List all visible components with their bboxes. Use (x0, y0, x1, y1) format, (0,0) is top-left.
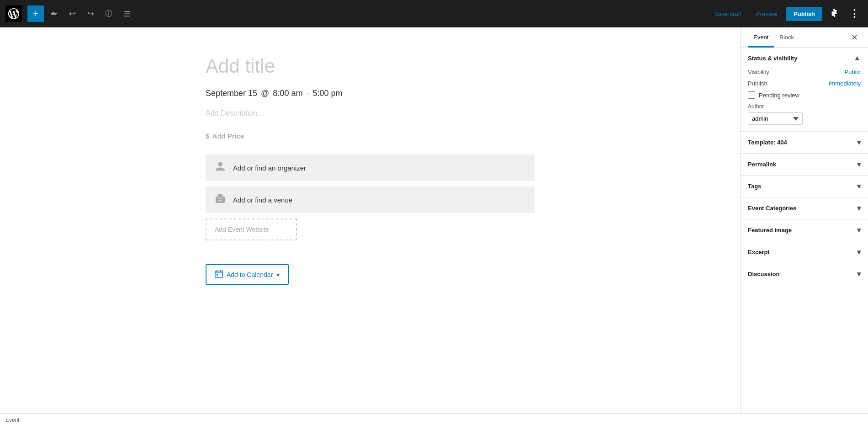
undo-button[interactable]: ↩ (64, 5, 80, 22)
save-draft-button[interactable]: Save draft (709, 8, 747, 20)
section-event-categories: Event Categories ▾ (741, 197, 868, 219)
price-symbol: $ (206, 132, 209, 140)
pending-review-row: Pending review (748, 91, 861, 99)
publish-button[interactable]: Publish (786, 7, 822, 21)
section-event-categories-header[interactable]: Event Categories ▾ (741, 197, 868, 219)
svg-rect-0 (216, 197, 225, 203)
list-view-button[interactable]: ☰ (119, 5, 135, 22)
section-status-visibility-label: Status & visibility (748, 55, 797, 62)
preview-button[interactable]: Preview (751, 8, 783, 20)
info-button[interactable]: ⓘ (101, 5, 117, 22)
svg-rect-7 (221, 200, 222, 201)
section-permalink-chevron: ▾ (857, 160, 861, 169)
venue-field[interactable]: Add or find a venue (206, 186, 535, 213)
redo-button[interactable]: ↪ (82, 5, 99, 22)
section-discussion-chevron: ▾ (857, 270, 861, 278)
visibility-label: Visibility (748, 69, 769, 75)
section-tags-chevron: ▾ (857, 182, 861, 191)
publish-label: Publish (748, 80, 767, 87)
editor-area: Add title September 15 @ 8:00 am - 5:00 … (0, 27, 740, 426)
at-symbol: @ (261, 89, 269, 98)
event-website-field[interactable]: Add Event Website (206, 218, 297, 240)
section-status-visibility: Status & visibility ▲ Visibility Public … (741, 48, 868, 132)
toolbar-left: + ✏ ↩ ↪ ⓘ ☰ (5, 5, 135, 22)
section-template-chevron: ▾ (857, 138, 861, 147)
tab-event[interactable]: Event (748, 27, 774, 48)
toolbar: + ✏ ↩ ↪ ⓘ ☰ Save draft Preview Publish (0, 0, 868, 27)
section-status-visibility-content: Visibility Public Publish Immediately Pe… (741, 69, 868, 131)
section-discussion-label: Discussion (748, 271, 779, 277)
kebab-icon: ⋮ (849, 11, 860, 16)
svg-rect-8 (215, 271, 222, 277)
settings-button[interactable] (826, 5, 842, 22)
organizer-field[interactable]: Add or find an organizer (206, 154, 535, 181)
author-section: Author admin (748, 103, 861, 125)
wordpress-icon (8, 8, 19, 19)
section-permalink-header[interactable]: Permalink ▾ (741, 154, 868, 175)
organizer-icon (214, 161, 227, 175)
sidebar-tabs: Event Block ✕ (741, 27, 868, 48)
pending-review-label[interactable]: Pending review (759, 92, 799, 99)
event-time-end[interactable]: 5:00 pm (312, 89, 342, 98)
pending-review-checkbox[interactable] (748, 91, 755, 99)
organizer-label: Add or find an organizer (233, 164, 306, 172)
section-tags-label: Tags (748, 183, 761, 190)
calendar-icon (215, 270, 223, 279)
price-label: Add Price (212, 132, 244, 140)
section-permalink: Permalink ▾ (741, 154, 868, 176)
section-excerpt-chevron: ▾ (857, 248, 861, 256)
section-template: Template: 404 ▾ (741, 132, 868, 154)
status-bar: Event (0, 413, 868, 426)
more-options-button[interactable]: ⋮ (846, 5, 863, 22)
section-excerpt-header[interactable]: Excerpt ▾ (741, 241, 868, 263)
section-status-visibility-chevron-up: ▲ (853, 54, 861, 62)
event-datetime: September 15 @ 8:00 am - 5:00 pm (206, 89, 535, 98)
status-label: Event (5, 417, 20, 423)
tab-block[interactable]: Block (774, 27, 799, 48)
sidebar-close-button[interactable]: ✕ (848, 31, 861, 44)
svg-rect-5 (221, 198, 222, 199)
section-template-header[interactable]: Template: 404 ▾ (741, 132, 868, 153)
section-tags-header[interactable]: Tags ▾ (741, 176, 868, 197)
event-description-field[interactable]: Add Description... (206, 109, 535, 117)
event-date[interactable]: September 15 (206, 89, 257, 98)
plus-icon: + (33, 9, 38, 18)
post-title-field[interactable]: Add title (206, 55, 535, 78)
edit-mode-button[interactable]: ✏ (46, 5, 62, 22)
section-excerpt-label: Excerpt (748, 249, 770, 256)
author-label: Author (748, 103, 861, 110)
list-icon: ☰ (124, 10, 130, 18)
event-price-field[interactable]: $ Add Price (206, 132, 535, 140)
toolbar-right: Save draft Preview Publish ⋮ (709, 5, 863, 22)
section-discussion: Discussion ▾ (741, 263, 868, 285)
redo-icon: ↪ (87, 9, 94, 19)
undo-icon: ↩ (69, 9, 76, 19)
section-permalink-label: Permalink (748, 161, 776, 168)
calendar-chevron-icon: ▾ (276, 271, 280, 278)
sidebar: Event Block ✕ Status & visibility ▲ Visi… (740, 27, 868, 426)
website-label: Add Event Website (215, 226, 269, 233)
venue-label: Add or find a venue (233, 196, 292, 204)
author-select[interactable]: admin (748, 112, 803, 125)
main-layout: Add title September 15 @ 8:00 am - 5:00 … (0, 27, 868, 426)
section-featured-image-header[interactable]: Featured image ▾ (741, 219, 868, 241)
wp-logo[interactable] (5, 5, 22, 22)
add-block-button[interactable]: + (27, 5, 44, 22)
svg-rect-6 (219, 200, 220, 201)
section-featured-image-label: Featured image (748, 227, 792, 234)
section-excerpt: Excerpt ▾ (741, 241, 868, 263)
venue-icon (214, 193, 227, 207)
calendar-btn-label: Add to Calendar (227, 271, 273, 278)
add-to-calendar-button[interactable]: Add to Calendar ▾ (206, 264, 289, 285)
visibility-value[interactable]: Public (845, 69, 861, 75)
section-discussion-header[interactable]: Discussion ▾ (741, 263, 868, 285)
publish-value[interactable]: Immediately (829, 80, 861, 87)
section-status-visibility-header[interactable]: Status & visibility ▲ (741, 48, 868, 69)
section-event-categories-chevron: ▾ (857, 204, 861, 213)
svg-rect-3 (218, 194, 222, 197)
event-time-start[interactable]: 8:00 am (273, 89, 302, 98)
calendar-section: Add to Calendar ▾ (206, 264, 535, 285)
section-event-categories-label: Event Categories (748, 205, 796, 212)
visibility-row: Visibility Public (748, 69, 861, 75)
section-template-label: Template: 404 (748, 139, 787, 146)
